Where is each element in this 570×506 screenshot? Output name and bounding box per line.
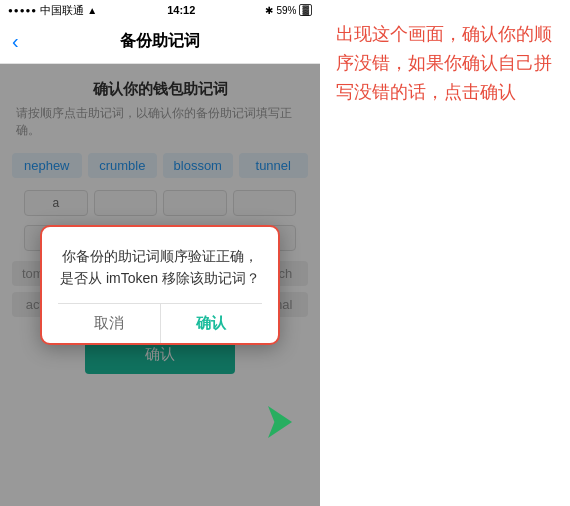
nav-title: 备份助记词	[120, 31, 200, 52]
signal-dots: ●●●●●	[8, 6, 37, 15]
dialog-overlay: 你备份的助记词顺序验证正确，是否从 imToken 移除该助记词？ 取消 确认	[0, 64, 320, 506]
status-right: ✱ 59% ▓	[265, 4, 312, 16]
annotation-text: 出现这个画面，确认你的顺序没错，如果你确认自己拼写没错的话，点击确认	[336, 20, 554, 106]
battery-pct: 59%	[276, 5, 296, 16]
wifi-icon: ▲	[87, 5, 97, 16]
status-bar: ●●●●● 中国联通 ▲ 14:12 ✱ 59% ▓	[0, 0, 320, 20]
back-button[interactable]: ‹	[12, 30, 19, 53]
svg-marker-0	[268, 406, 292, 438]
phone-screen: ●●●●● 中国联通 ▲ 14:12 ✱ 59% ▓ ‹ 备份助记词 确认你的钱…	[0, 0, 320, 506]
carrier-label: 中国联通	[40, 3, 84, 18]
green-arrow-icon	[260, 402, 300, 442]
dialog-ok-button[interactable]: 确认	[161, 304, 263, 343]
dialog-buttons: 取消 确认	[58, 303, 262, 343]
arrow-overlay	[260, 402, 300, 446]
annotation-area: 出现这个画面，确认你的顺序没错，如果你确认自己拼写没错的话，点击确认	[320, 0, 570, 506]
dialog-cancel-button[interactable]: 取消	[58, 304, 161, 343]
nav-bar: ‹ 备份助记词	[0, 20, 320, 64]
bluetooth-icon: ✱	[265, 5, 273, 16]
battery-icon: ▓	[299, 4, 312, 16]
status-left: ●●●●● 中国联通 ▲	[8, 3, 97, 18]
content-area: 确认你的钱包助记词 请按顺序点击助记词，以确认你的备份助记词填写正确。 neph…	[0, 64, 320, 506]
status-time: 14:12	[167, 4, 195, 16]
dialog-box: 你备份的助记词顺序验证正确，是否从 imToken 移除该助记词？ 取消 确认	[40, 225, 280, 346]
dialog-message: 你备份的助记词顺序验证正确，是否从 imToken 移除该助记词？	[58, 245, 262, 304]
